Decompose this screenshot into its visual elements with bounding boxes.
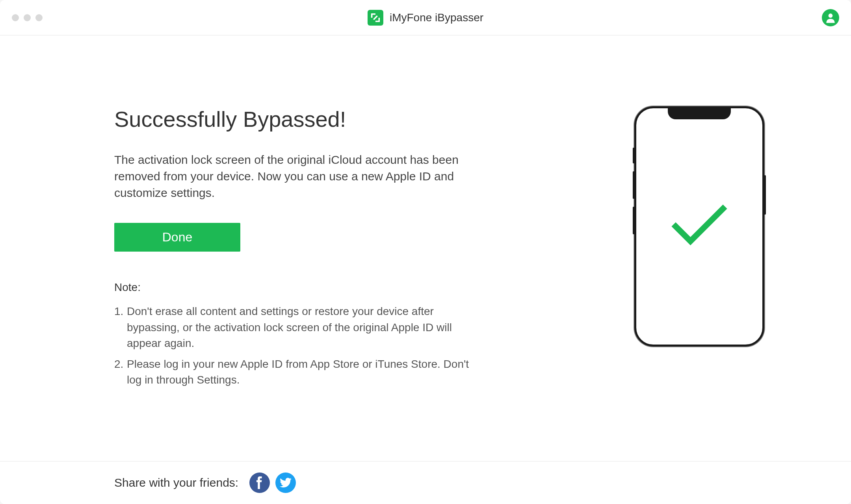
- share-icons: [249, 472, 296, 493]
- twitter-icon: [280, 478, 292, 488]
- svg-point-0: [829, 13, 833, 18]
- note-item: Don't erase all content and settings or …: [114, 304, 477, 352]
- phone-side-button: [633, 207, 635, 234]
- phone-mockup: [634, 106, 764, 346]
- note-list: Don't erase all content and settings or …: [114, 304, 508, 388]
- twitter-share-button[interactable]: [275, 472, 296, 493]
- note-item: Please log in your new Apple ID from App…: [114, 356, 477, 388]
- phone-illustration: [634, 106, 764, 346]
- page-heading: Successfully Bypassed!: [114, 106, 508, 132]
- app-title: iMyFone iBypasser: [390, 11, 483, 24]
- minimize-window-button[interactable]: [24, 14, 31, 21]
- checkmark-icon: [668, 203, 731, 250]
- description-text: The activation lock screen of the origin…: [114, 152, 477, 201]
- app-window: iMyFone iBypasser Successfully Bypassed!…: [0, 0, 851, 504]
- share-label: Share with your friends:: [114, 476, 238, 489]
- profile-button[interactable]: [822, 9, 839, 26]
- main-content: Successfully Bypassed! The activation lo…: [0, 35, 851, 461]
- title-center: iMyFone iBypasser: [368, 10, 483, 26]
- done-button[interactable]: Done: [114, 223, 240, 252]
- phone-side-button: [633, 148, 635, 163]
- note-section: Note: Don't erase all content and settin…: [114, 281, 508, 388]
- note-label: Note:: [114, 281, 508, 294]
- phone-screen: [636, 108, 762, 345]
- maximize-window-button[interactable]: [35, 14, 43, 21]
- footer: Share with your friends:: [0, 461, 851, 504]
- phone-notch: [668, 107, 731, 119]
- left-section: Successfully Bypassed! The activation lo…: [114, 106, 508, 461]
- close-window-button[interactable]: [12, 14, 19, 21]
- window-controls: [12, 14, 43, 21]
- titlebar: iMyFone iBypasser: [0, 0, 851, 35]
- app-logo-icon: [368, 10, 383, 26]
- phone-side-button: [633, 171, 635, 199]
- facebook-share-button[interactable]: [249, 472, 270, 493]
- phone-side-button: [764, 175, 766, 215]
- facebook-icon: [256, 476, 263, 489]
